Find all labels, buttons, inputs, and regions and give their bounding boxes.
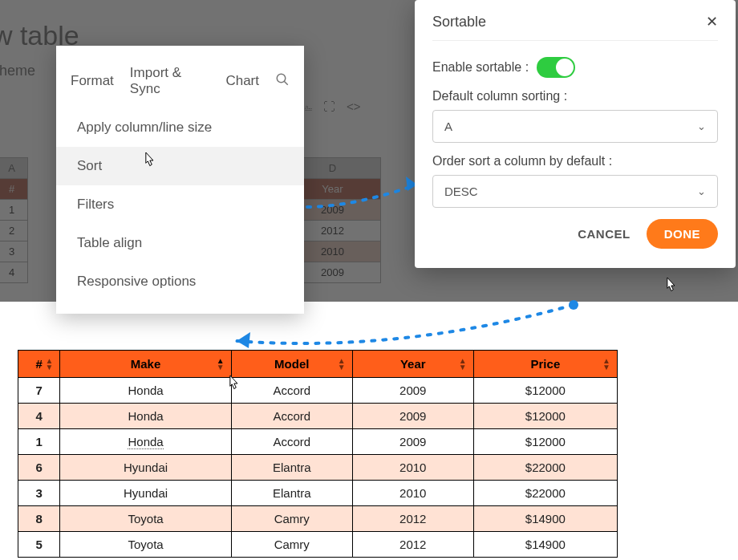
th-year[interactable]: Year ▲▼ — [352, 351, 473, 378]
cell-idx: 3 — [18, 481, 60, 506]
menu-table-align[interactable]: Table align — [56, 224, 304, 262]
chevron-down-icon: ⌄ — [697, 185, 706, 197]
cell-idx: 6 — [18, 455, 60, 481]
done-button[interactable]: DONE — [647, 219, 718, 249]
order-value: DESC — [444, 185, 478, 198]
tab-format[interactable]: Format — [71, 73, 114, 89]
search-icon[interactable] — [275, 72, 290, 91]
cell-model: Camry — [231, 532, 352, 558]
th-make[interactable]: Make ▲▼ — [60, 351, 231, 378]
cell-year: 2012 — [352, 506, 473, 532]
tab-import-sync[interactable]: Import & Sync — [130, 65, 210, 97]
cell-price: $14900 — [473, 506, 617, 532]
sort-icon: ▲▼ — [217, 358, 225, 371]
tab-chart[interactable]: Chart — [225, 73, 259, 89]
cell-price: $12000 — [473, 404, 617, 429]
cell-year: 2009 — [352, 378, 473, 404]
order-label: Order sort a column by default : — [432, 154, 612, 168]
cell-year: 2012 — [352, 532, 473, 558]
cell-year: 2009 — [352, 429, 473, 455]
menu-sort[interactable]: Sort — [56, 147, 304, 185]
cell-idx: 7 — [18, 378, 60, 404]
menu-apply-size[interactable]: Apply column/line size — [56, 108, 304, 147]
cell-price: $12000 — [473, 378, 617, 404]
enable-label: Enable sortable : — [432, 60, 529, 75]
cell-model: Accord — [231, 378, 352, 404]
svg-point-4 — [277, 74, 286, 83]
cell-idx: 5 — [18, 532, 60, 558]
enable-toggle[interactable] — [537, 57, 575, 78]
cell-price: $14900 — [473, 532, 617, 558]
cell-make: Honda — [60, 429, 231, 455]
cell-idx: 4 — [18, 404, 60, 429]
sort-icon: ▲▼ — [459, 358, 467, 371]
default-col-value: A — [444, 120, 452, 133]
th-price[interactable]: Price ▲▼ — [473, 351, 617, 378]
modal-title: Sortable — [432, 14, 486, 30]
menu-responsive[interactable]: Responsive options — [56, 262, 304, 301]
default-col-label: Default column sorting : — [432, 89, 567, 103]
cell-price: $22000 — [473, 481, 617, 506]
th-model[interactable]: Model ▲▼ — [231, 351, 352, 378]
cell-price: $12000 — [473, 429, 617, 455]
sort-icon: ▲▼ — [338, 358, 346, 371]
table-row: 7HondaAccord2009$12000 — [18, 378, 618, 404]
table-row: 3HyundaiElantra2010$22000 — [18, 481, 618, 506]
table-row: 4HondaAccord2009$12000 — [18, 404, 618, 429]
cell-year: 2010 — [352, 455, 473, 481]
cell-year: 2010 — [352, 481, 473, 506]
cell-idx: 8 — [18, 506, 60, 532]
table-row: 5ToyotaCamry2012$14900 — [18, 532, 618, 558]
sortable-modal: Sortable ✕ Enable sortable : Default col… — [415, 0, 736, 268]
svg-line-5 — [284, 81, 288, 85]
cell-idx: 1 — [18, 429, 60, 455]
cell-model: Elantra — [231, 455, 352, 481]
cell-make: Honda — [60, 404, 231, 429]
cancel-button[interactable]: CANCEL — [578, 227, 631, 241]
cell-make: Hyundai — [60, 455, 231, 481]
table-row: 8ToyotaCamry2012$14900 — [18, 506, 618, 532]
cell-year: 2009 — [352, 404, 473, 429]
cell-model: Accord — [231, 429, 352, 455]
default-col-select[interactable]: A ⌄ — [432, 110, 718, 143]
close-icon[interactable]: ✕ — [706, 13, 718, 30]
menu-filters[interactable]: Filters — [56, 185, 304, 224]
sort-icon: ▲▼ — [602, 358, 610, 371]
cell-model: Accord — [231, 404, 352, 429]
result-table-panel: # ▲▼ Make ▲▼ Model ▲▼ Year ▲▼ Price ▲▼ — [18, 350, 635, 558]
order-select[interactable]: DESC ⌄ — [432, 175, 718, 208]
cell-make: Hyundai — [60, 481, 231, 506]
table-row: 1HondaAccord2009$12000 — [18, 429, 618, 455]
chevron-down-icon: ⌄ — [697, 120, 706, 132]
cell-model: Camry — [231, 506, 352, 532]
format-dropdown: Format Import & Sync Chart Apply column/… — [56, 46, 304, 314]
cell-make: Toyota — [60, 532, 231, 558]
cell-model: Elantra — [231, 481, 352, 506]
table-row: 6HyundaiElantra2010$22000 — [18, 455, 618, 481]
cell-price: $22000 — [473, 455, 617, 481]
th-idx[interactable]: # ▲▼ — [18, 351, 60, 378]
cell-make: Honda — [60, 378, 231, 404]
cell-make: Toyota — [60, 506, 231, 532]
sort-icon: ▲▼ — [45, 358, 53, 371]
result-table: # ▲▼ Make ▲▼ Model ▲▼ Year ▲▼ Price ▲▼ — [18, 350, 618, 558]
